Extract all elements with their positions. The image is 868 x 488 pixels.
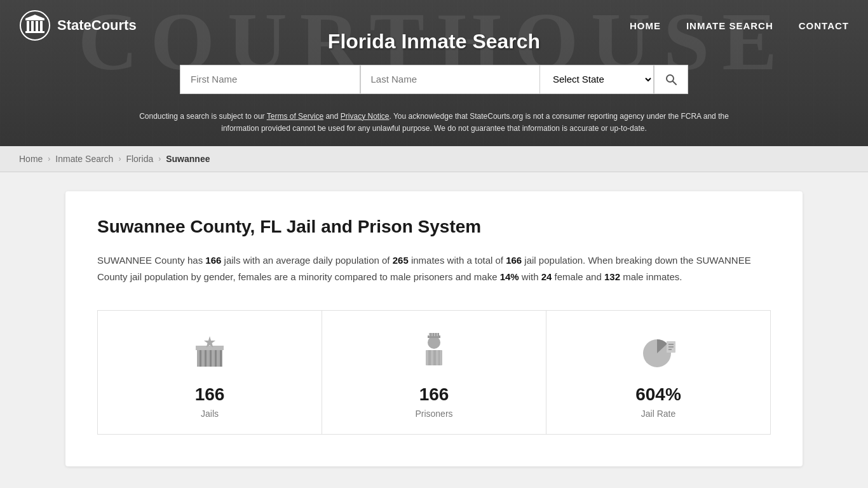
page-title: Florida Inmate Search [0, 30, 868, 53]
breadcrumb-home[interactable]: Home [19, 154, 43, 164]
svg-rect-32 [668, 344, 674, 345]
breadcrumb-sep-3: › [158, 154, 161, 163]
content-title: Suwannee County, FL Jail and Prison Syst… [97, 217, 771, 237]
privacy-link[interactable]: Privacy Notice [341, 112, 390, 121]
svg-rect-11 [200, 349, 201, 367]
search-icon [665, 73, 677, 86]
svg-rect-26 [426, 350, 428, 365]
pie-chart-icon [636, 330, 681, 374]
breadcrumb-florida[interactable]: Florida [126, 154, 153, 164]
first-name-input[interactable] [180, 65, 360, 94]
stat-prisoners-number: 166 [419, 384, 449, 405]
header: COURTHOUSE StateCourts HOME INM [0, 0, 868, 146]
svg-rect-24 [437, 333, 438, 336]
stat-jails: 166 Jails [98, 311, 322, 434]
breadcrumb-sep-1: › [48, 154, 50, 163]
stat-prisoners: 166 Prisoners [322, 311, 546, 434]
stat-jails-number: 166 [195, 384, 225, 405]
breadcrumb: Home › Inmate Search › Florida › Suwanne… [0, 146, 868, 172]
breadcrumb-sep-2: › [118, 154, 121, 163]
svg-rect-14 [215, 349, 217, 367]
main-content: Suwannee County, FL Jail and Prison Syst… [65, 191, 803, 466]
svg-rect-28 [436, 350, 438, 365]
svg-rect-16 [196, 346, 224, 350]
breadcrumb-current: Suwannee [166, 154, 210, 164]
stat-jail-rate: 604% Jail Rate [546, 311, 770, 434]
terms-link[interactable]: Terms of Service [267, 112, 323, 121]
jail-icon [187, 330, 232, 374]
stat-jail-rate-label: Jail Rate [641, 409, 675, 419]
svg-marker-7 [25, 15, 44, 18]
state-select[interactable]: Select State Florida Alabama Texas [539, 65, 654, 94]
svg-rect-34 [668, 349, 672, 350]
svg-rect-15 [220, 349, 222, 367]
search-bar: Select State Florida Alabama Texas [180, 65, 688, 94]
svg-rect-13 [210, 349, 212, 367]
stat-jail-rate-number: 604% [635, 384, 681, 405]
svg-rect-23 [434, 333, 435, 336]
search-section: Florida Inmate Search Select State Flori… [0, 30, 868, 146]
breadcrumb-inmate-search[interactable]: Inmate Search [55, 154, 113, 164]
stat-jails-label: Jails [201, 409, 219, 419]
svg-rect-33 [668, 346, 674, 348]
svg-rect-12 [205, 349, 207, 367]
prisoner-icon [412, 330, 456, 374]
svg-rect-5 [25, 18, 44, 20]
svg-rect-21 [429, 333, 430, 336]
content-description: SUWANNEE County has 166 jails with an av… [97, 252, 771, 285]
last-name-input[interactable] [360, 65, 540, 94]
disclaimer: Conducting a search is subject to our Te… [0, 104, 868, 146]
stats-grid: 166 Jails [97, 310, 771, 435]
svg-rect-22 [431, 333, 433, 336]
search-button[interactable] [654, 65, 688, 94]
stat-prisoners-label: Prisoners [415, 409, 452, 419]
svg-rect-27 [431, 350, 433, 365]
svg-rect-29 [440, 350, 442, 365]
svg-line-9 [673, 81, 676, 85]
